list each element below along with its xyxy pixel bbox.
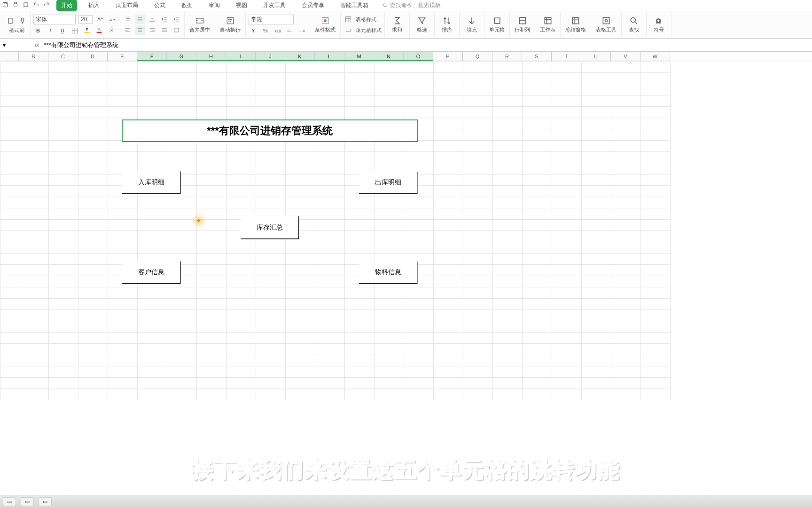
tab-smart[interactable]: 智能工具箱 <box>336 0 373 11</box>
align-justify-icon[interactable] <box>160 25 169 35</box>
taskbar-item[interactable]: ▭ <box>39 497 52 506</box>
taskbar-item[interactable]: ▭ <box>3 497 16 506</box>
clear-icon[interactable] <box>107 26 116 35</box>
col-header-S[interactable]: S <box>522 52 552 61</box>
font-name-combo[interactable]: 宋体 <box>33 15 76 24</box>
auto-wrap-button[interactable]: 自动换行 <box>218 15 242 34</box>
col-header-G[interactable]: G <box>167 52 196 61</box>
save-icon[interactable] <box>2 1 8 9</box>
align-middle-icon[interactable] <box>135 15 145 24</box>
indent-decrease-icon[interactable] <box>160 15 169 24</box>
cell-style-icon[interactable] <box>344 25 353 35</box>
symbol-button[interactable]: Ω符号 <box>649 15 668 34</box>
col-header-O[interactable]: O <box>404 52 433 61</box>
find-button[interactable]: 查找 <box>625 15 643 34</box>
sum-button[interactable]: 求和 <box>388 15 406 34</box>
col-header-Q[interactable]: Q <box>463 52 492 61</box>
col-header-W[interactable]: W <box>640 52 670 61</box>
col-header-L[interactable]: L <box>315 52 344 61</box>
align-center-icon[interactable] <box>135 25 145 35</box>
preview-icon[interactable] <box>23 1 29 9</box>
rowcol-button[interactable]: 行和列 <box>513 15 532 34</box>
align-right-icon[interactable] <box>148 25 157 35</box>
col-header-N[interactable]: N <box>374 52 404 61</box>
col-header-D[interactable]: D <box>78 52 108 61</box>
percent-icon[interactable]: % <box>261 26 270 35</box>
card-in-detail[interactable]: 入库明细 <box>122 171 180 194</box>
sheet-button[interactable]: 工作表 <box>538 15 557 34</box>
tab-view[interactable]: 视图 <box>231 0 252 11</box>
merge-center-button[interactable]: 合并居中 <box>187 15 212 34</box>
col-header-V[interactable]: V <box>611 52 640 61</box>
tab-insert[interactable]: 插入 <box>84 0 104 11</box>
align-top-icon[interactable] <box>123 15 133 24</box>
col-header-B[interactable]: B <box>19 52 48 61</box>
tab-review[interactable]: 审阅 <box>204 0 225 11</box>
col-header-P[interactable]: P <box>433 52 463 61</box>
title-merged-cell[interactable]: ***有限公司进销存管理系统 <box>122 119 418 142</box>
card-material[interactable]: 物料信息 <box>359 261 417 284</box>
cell-button[interactable]: 单元格 <box>487 15 507 34</box>
tab-home[interactable]: 开始 <box>56 0 77 11</box>
align-left-icon[interactable] <box>123 25 133 35</box>
print-icon[interactable] <box>12 1 19 9</box>
table-style-icon[interactable] <box>344 15 353 24</box>
col-header-R[interactable]: R <box>492 52 522 61</box>
taskbar-item[interactable]: ▭ <box>21 497 34 506</box>
tab-data[interactable]: 数据 <box>177 0 197 11</box>
cell-style-label[interactable]: 单元格样式 <box>356 27 382 34</box>
spreadsheet-grid[interactable]: ***有限公司进销存管理系统 入库明细 出库明细 库存汇总 客户信息 物料信息 … <box>0 61 812 400</box>
tab-member[interactable]: 会员专享 <box>297 0 329 11</box>
undo-icon[interactable] <box>33 1 39 9</box>
number-format-combo[interactable]: 常规 <box>249 15 294 24</box>
tab-devtools[interactable]: 开发工具 <box>258 0 290 11</box>
tabletools-button[interactable]: 表格工具 <box>594 15 618 34</box>
filter-button[interactable]: 筛选 <box>413 15 431 34</box>
freeze-button[interactable]: 冻结窗格 <box>563 15 588 34</box>
italic-icon[interactable]: I <box>46 26 55 35</box>
font-color-icon[interactable]: A <box>94 26 104 35</box>
decrease-font-icon[interactable]: A▼ <box>108 15 117 24</box>
card-customer[interactable]: 客户信息 <box>122 261 180 284</box>
borders-icon[interactable] <box>70 26 79 35</box>
name-box[interactable]: ▾ <box>3 42 25 48</box>
fill-color-icon[interactable] <box>82 26 92 35</box>
col-header-T[interactable]: T <box>552 52 581 61</box>
col-header-E[interactable]: E <box>108 52 137 61</box>
svg-rect-49 <box>227 17 233 24</box>
col-header-U[interactable]: U <box>581 52 611 61</box>
col-header-K[interactable]: K <box>285 52 315 61</box>
redo-icon[interactable] <box>43 1 50 9</box>
bold-icon[interactable]: B <box>33 26 43 35</box>
comma-icon[interactable]: 000 <box>273 26 282 35</box>
card-out-detail[interactable]: 出库明细 <box>359 171 417 194</box>
formula-content[interactable]: ***有限公司进销存管理系统 <box>44 41 118 49</box>
col-header-F[interactable]: F <box>137 52 167 61</box>
currency-icon[interactable]: ¥ <box>249 26 258 35</box>
tab-formula[interactable]: 公式 <box>149 0 170 11</box>
fill-button[interactable]: 填充 <box>462 15 481 34</box>
orientation-icon[interactable] <box>172 25 181 35</box>
col-header-I[interactable]: I <box>226 52 256 61</box>
fx-icon[interactable]: fx <box>35 42 39 48</box>
col-header-M[interactable]: M <box>344 52 374 61</box>
paste-icon[interactable] <box>6 16 15 25</box>
col-header-J[interactable]: J <box>256 52 285 61</box>
sort-button[interactable]: 排序 <box>437 15 456 34</box>
table-style-label[interactable]: 表格样式 <box>356 16 376 23</box>
select-all-corner[interactable] <box>0 52 19 61</box>
col-header-C[interactable]: C <box>48 52 78 61</box>
tab-layout[interactable]: 页面布局 <box>111 0 143 11</box>
col-header-H[interactable]: H <box>196 52 226 61</box>
cond-format-button[interactable]: 条件格式 <box>313 15 337 34</box>
decimal-inc-icon[interactable]: .0→ <box>285 26 295 35</box>
underline-icon[interactable]: U <box>58 26 67 35</box>
search-box[interactable]: 查找命令、搜索模板 <box>383 1 441 9</box>
format-painter-icon[interactable] <box>18 16 27 25</box>
increase-font-icon[interactable]: A▲ <box>95 15 105 24</box>
card-stock-sum[interactable]: 库存汇总 <box>241 216 299 239</box>
indent-increase-icon[interactable] <box>172 15 181 24</box>
decimal-dec-icon[interactable]: ←.0 <box>297 26 307 35</box>
font-size-combo[interactable]: 20 <box>78 15 93 24</box>
align-bottom-icon[interactable] <box>148 15 157 24</box>
